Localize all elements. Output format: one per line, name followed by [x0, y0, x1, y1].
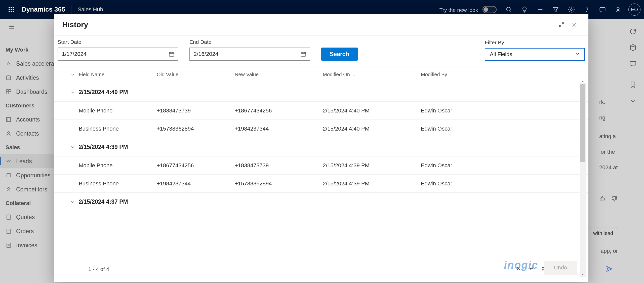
- assistant-icon[interactable]: [610, 0, 626, 19]
- undo-label: Undo: [554, 264, 567, 271]
- svg-point-5: [13, 9, 14, 10]
- avatar[interactable]: EO: [628, 4, 640, 16]
- scrollbar-thumb[interactable]: [580, 84, 585, 162]
- filter-by-label: Filter By: [485, 39, 585, 46]
- svg-rect-44: [301, 52, 306, 56]
- group-label: 2/15/2024 4:37 PM: [79, 198, 128, 205]
- svg-marker-49: [582, 274, 584, 275]
- history-dialog: History Start Date 1/17/2024 End Date 2/…: [54, 14, 588, 282]
- cell-old-value: +1838473739: [157, 107, 235, 114]
- group-label: 2/15/2024 4:39 PM: [79, 144, 128, 150]
- svg-point-1: [11, 7, 12, 8]
- undo-button[interactable]: Undo: [544, 261, 577, 275]
- svg-point-8: [13, 11, 14, 12]
- start-date-label: Start Date: [58, 39, 178, 45]
- cell-new-value: +15738362894: [235, 180, 323, 187]
- divider: [71, 5, 71, 14]
- group-chevron-icon[interactable]: [67, 199, 79, 205]
- pager-counts: 1 - 4 of 4: [88, 266, 109, 272]
- col-old-value[interactable]: Old Value: [157, 72, 235, 77]
- group-label: 2/15/2024 4:40 PM: [79, 89, 128, 96]
- try-new-look-label: Try the new look: [439, 7, 478, 13]
- end-date-group: End Date 2/16/2024: [189, 39, 310, 61]
- try-toggle[interactable]: [482, 6, 497, 13]
- watermark-logo: inogic: [504, 259, 538, 271]
- svg-rect-40: [169, 52, 174, 56]
- avatar-initials: EO: [631, 7, 638, 12]
- filter-by-select[interactable]: All Fields: [485, 48, 585, 61]
- svg-point-16: [617, 7, 619, 9]
- table-row[interactable]: Mobile Phone+18677434256+18384737392/15/…: [54, 156, 588, 175]
- svg-point-0: [9, 7, 10, 8]
- cell-modified-on: 2/15/2024 4:39 PM: [323, 180, 421, 187]
- dialog-header: History: [54, 14, 588, 35]
- cell-modified-by: Edwin Oscar: [421, 162, 588, 169]
- end-date-value: 2/16/2024: [190, 51, 297, 57]
- group-chevron-icon[interactable]: [67, 145, 79, 150]
- cell-modified-by: Edwin Oscar: [421, 180, 588, 187]
- cell-field-name: Mobile Phone: [79, 107, 157, 114]
- calendar-icon[interactable]: [165, 48, 178, 61]
- table-row[interactable]: Mobile Phone+1838473739+186774342562/15/…: [54, 102, 588, 120]
- col-modified-on[interactable]: Modified On ↓: [323, 72, 421, 77]
- cell-modified-on: 2/15/2024 4:39 PM: [323, 162, 421, 169]
- svg-rect-15: [600, 7, 605, 11]
- svg-point-6: [9, 11, 10, 12]
- chevron-down-icon: [575, 51, 580, 58]
- vertical-scrollbar[interactable]: [580, 83, 586, 277]
- start-date-group: Start Date 1/17/2024: [58, 39, 178, 61]
- start-date-input[interactable]: 1/17/2024: [58, 48, 178, 61]
- app-launcher-icon[interactable]: [4, 0, 19, 19]
- cell-new-value: +18677434256: [235, 107, 323, 114]
- dialog-title: History: [62, 20, 88, 29]
- grid-body: 2/15/2024 4:40 PMMobile Phone+1838473739…: [54, 83, 588, 257]
- svg-point-3: [9, 9, 10, 10]
- end-date-input[interactable]: 2/16/2024: [189, 48, 310, 61]
- cell-new-value: +1984237344: [235, 126, 323, 132]
- col-modified-by[interactable]: Modified By: [421, 72, 588, 77]
- send-icon[interactable]: [603, 263, 615, 275]
- cell-old-value: +1984237344: [157, 180, 235, 187]
- group-row[interactable]: 2/15/2024 4:40 PM: [54, 83, 588, 102]
- cell-field-name: Business Phone: [79, 126, 157, 132]
- svg-point-7: [11, 11, 12, 12]
- expand-icon[interactable]: [555, 18, 568, 31]
- try-new-look[interactable]: Try the new look: [439, 6, 497, 13]
- start-date-value: 1/17/2024: [58, 51, 165, 57]
- cell-modified-by: Edwin Oscar: [421, 107, 588, 114]
- svg-marker-48: [582, 81, 584, 82]
- close-icon[interactable]: [568, 18, 580, 31]
- chat-icon[interactable]: [595, 0, 610, 19]
- brand-name[interactable]: Dynamics 365: [22, 6, 65, 13]
- filter-row: Start Date 1/17/2024 End Date 2/16/2024 …: [54, 35, 588, 66]
- cell-field-name: Mobile Phone: [79, 162, 157, 169]
- svg-point-13: [570, 9, 572, 10]
- svg-point-14: [586, 11, 587, 11]
- group-row[interactable]: 2/15/2024 4:39 PM: [54, 138, 588, 156]
- expand-all-icon[interactable]: [67, 72, 79, 77]
- sort-down-icon: ↓: [353, 72, 355, 77]
- group-row[interactable]: 2/15/2024 4:37 PM: [54, 193, 588, 211]
- cell-field-name: Business Phone: [79, 180, 157, 187]
- scroll-down-icon[interactable]: [580, 272, 586, 277]
- group-chevron-icon[interactable]: [67, 90, 79, 95]
- search-button[interactable]: Search: [321, 48, 358, 61]
- filter-by-group: Filter By All Fields: [485, 39, 585, 61]
- table-row[interactable]: Business Phone+1984237344+157383628942/1…: [54, 175, 588, 193]
- col-label: Modified On: [323, 72, 350, 77]
- cell-old-value: +15738362894: [157, 126, 235, 132]
- svg-point-2: [13, 7, 14, 8]
- search-button-label: Search: [330, 51, 349, 57]
- cell-modified-by: Edwin Oscar: [421, 126, 588, 132]
- svg-line-10: [510, 10, 511, 12]
- hub-name[interactable]: Sales Hub: [77, 6, 103, 13]
- grid-header: Field Name Old Value New Value Modified …: [54, 66, 588, 83]
- scroll-up-icon[interactable]: [580, 79, 586, 84]
- cell-new-value: +1838473739: [235, 162, 323, 169]
- cell-modified-on: 2/15/2024 4:40 PM: [323, 126, 421, 132]
- svg-point-4: [11, 9, 12, 10]
- col-new-value[interactable]: New Value: [235, 72, 323, 77]
- table-row[interactable]: Business Phone+15738362894+19842373442/1…: [54, 120, 588, 138]
- calendar-icon[interactable]: [297, 48, 310, 61]
- col-field-name[interactable]: Field Name: [79, 72, 157, 77]
